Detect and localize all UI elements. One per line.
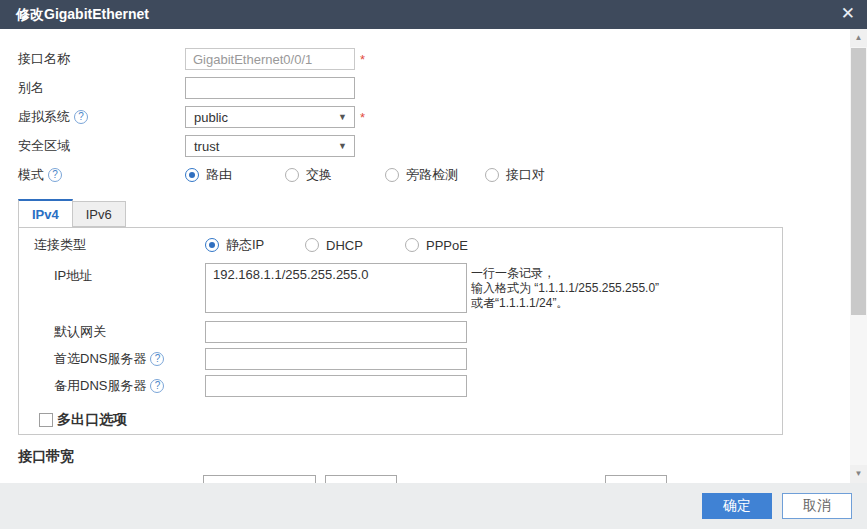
help-icon[interactable]: ? [150, 379, 164, 393]
help-icon[interactable]: ? [150, 352, 164, 366]
conn-option-static-label: 静态IP [226, 236, 264, 254]
ip-hint-line1: 一行一条记录， [471, 266, 659, 281]
preferred-dns-label-text: 首选DNS服务器 [54, 350, 146, 368]
alternate-dns-label-text: 备用DNS服务器 [54, 377, 146, 395]
connection-type-label: 连接类型 [19, 236, 205, 254]
modify-interface-dialog: 修改GigabitEthernet ✕ 接口名称 * 别名 虚拟系统 ? pub… [0, 0, 867, 529]
help-icon[interactable]: ? [48, 168, 62, 182]
mode-option-switch-label: 交换 [306, 166, 332, 184]
cancel-button[interactable]: 取消 [782, 493, 852, 519]
conn-radio-pppoe[interactable] [405, 238, 419, 252]
ip-address-row: IP地址 192.168.1.1/255.255.255.0 一行一条记录， 输… [19, 263, 782, 313]
mode-radio-interface-pair[interactable] [485, 168, 499, 182]
ip-hint-line2: 输入格式为 “1.1.1.1/255.255.255.0” [471, 281, 659, 296]
virtual-system-label-text: 虚拟系统 [18, 108, 70, 126]
default-gateway-row: 默认网关 [19, 321, 782, 343]
multi-exit-checkbox[interactable] [39, 413, 53, 427]
scroll-down-icon[interactable]: ▼ [850, 465, 867, 483]
mode-option-interface-pair-label: 接口对 [506, 166, 545, 184]
ipv4-panel: 连接类型 静态IP DHCP PPPoE IP地址 192.168.1.1/25… [18, 227, 783, 435]
virtual-system-row: 虚拟系统 ? public ▼ * [0, 106, 850, 128]
tab-ipv6[interactable]: IPv6 [73, 201, 126, 227]
conn-option-pppoe-label: PPPoE [426, 238, 468, 253]
dialog-titlebar: 修改GigabitEthernet ✕ [0, 0, 867, 29]
alternate-dns-label: 备用DNS服务器 ? [19, 377, 205, 395]
bandwidth-select-partial[interactable] [325, 475, 397, 483]
default-gateway-label: 默认网关 [19, 323, 205, 341]
mode-radio-route[interactable] [185, 168, 199, 182]
required-asterisk: * [360, 52, 365, 67]
conn-option-pppoe: PPPoE [405, 238, 505, 253]
multi-exit-label: 多出口选项 [57, 411, 127, 429]
bandwidth-section-title: 接口带宽 [18, 448, 850, 466]
ip-address-label: IP地址 [19, 263, 205, 285]
security-zone-label: 安全区域 [0, 137, 185, 155]
conn-radio-static-ip[interactable] [205, 238, 219, 252]
dialog-content: 接口名称 * 别名 虚拟系统 ? public ▼ * 安全区域 trust ▼ [0, 29, 850, 483]
ip-hint-line3: 或者“1.1.1.1/24”。 [471, 296, 659, 311]
alias-input[interactable] [185, 77, 355, 99]
mode-option-switch: 交换 [285, 166, 385, 184]
scrollbar-thumb[interactable] [851, 48, 866, 315]
mode-row: 模式 ? 路由 交换 旁路检测 接口对 [0, 164, 850, 186]
bandwidth-input-partial[interactable] [605, 475, 667, 483]
dialog-footer: 确定 取消 [0, 483, 867, 529]
chevron-down-icon: ▼ [338, 141, 347, 151]
mode-option-route: 路由 [185, 166, 285, 184]
mode-option-bypass: 旁路检测 [385, 166, 485, 184]
mode-option-bypass-label: 旁路检测 [406, 166, 458, 184]
interface-name-input [185, 48, 355, 70]
default-gateway-input[interactable] [205, 321, 467, 343]
preferred-dns-label: 首选DNS服务器 ? [19, 350, 205, 368]
connection-type-row: 连接类型 静态IP DHCP PPPoE [19, 235, 782, 255]
required-asterisk: * [360, 110, 365, 125]
virtual-system-value: public [194, 110, 228, 125]
mode-option-route-label: 路由 [206, 166, 232, 184]
security-zone-select[interactable]: trust ▼ [185, 135, 355, 157]
alias-row: 别名 [0, 77, 850, 99]
conn-option-static: 静态IP [205, 236, 305, 254]
alternate-dns-input[interactable] [205, 375, 467, 397]
help-icon[interactable]: ? [74, 110, 88, 124]
tab-ipv4[interactable]: IPv4 [18, 199, 73, 227]
preferred-dns-row: 首选DNS服务器 ? [19, 348, 782, 370]
alias-label: 别名 [0, 79, 185, 97]
multi-exit-row: 多出口选项 [39, 411, 782, 429]
virtual-system-label: 虚拟系统 ? [0, 108, 185, 126]
ip-tabs: IPv4 IPv6 [18, 199, 850, 227]
dialog-title: 修改GigabitEthernet [0, 6, 149, 24]
conn-option-dhcp: DHCP [305, 238, 405, 253]
virtual-system-select[interactable]: public ▼ [185, 106, 355, 128]
security-zone-row: 安全区域 trust ▼ [0, 135, 850, 157]
preferred-dns-input[interactable] [205, 348, 467, 370]
mode-radio-switch[interactable] [285, 168, 299, 182]
vertical-scrollbar[interactable]: ▲ ▼ [850, 29, 867, 483]
scroll-up-icon[interactable]: ▲ [850, 29, 867, 47]
interface-name-row: 接口名称 * [0, 48, 850, 70]
mode-option-interface-pair: 接口对 [485, 166, 585, 184]
mode-radio-bypass[interactable] [385, 168, 399, 182]
conn-radio-dhcp[interactable] [305, 238, 319, 252]
conn-option-dhcp-label: DHCP [326, 238, 363, 253]
security-zone-value: trust [194, 139, 219, 154]
ip-address-hint: 一行一条记录， 输入格式为 “1.1.1.1/255.255.255.0” 或者… [471, 263, 659, 311]
alternate-dns-row: 备用DNS服务器 ? [19, 375, 782, 397]
mode-label: 模式 ? [0, 166, 185, 184]
mode-label-text: 模式 [18, 166, 44, 184]
interface-name-label: 接口名称 [0, 50, 185, 68]
chevron-down-icon: ▼ [338, 112, 347, 122]
ok-button[interactable]: 确定 [702, 493, 772, 519]
close-icon[interactable]: ✕ [841, 4, 855, 24]
bandwidth-input-partial[interactable] [203, 475, 316, 483]
ip-address-textarea[interactable]: 192.168.1.1/255.255.255.0 [205, 263, 467, 313]
